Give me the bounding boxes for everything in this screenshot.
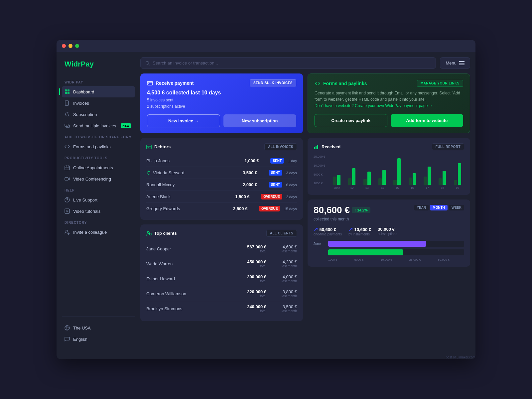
sidebar: WidrPay WIDR PAY Dashboard — [62, 57, 135, 347]
minimize-dot[interactable] — [68, 44, 72, 48]
chart-bar-dark — [348, 178, 351, 185]
app-window: WidrPay WIDR PAY Dashboard — [57, 40, 475, 359]
sidebar-section-directory: DIRECTORY — [62, 217, 135, 226]
card-sub-info: 5 invoices sent 2 subscriptions active — [147, 97, 296, 110]
clients-header: Top clients ALL CLIENTS — [146, 230, 297, 237]
year-btn[interactable]: YEAR — [414, 205, 429, 210]
add-form-btn[interactable]: Add form to website — [391, 114, 464, 127]
growth-badge: ↑ 14.2% — [352, 207, 370, 213]
forms-paylinks-card: Forms and paylinks MANAGE YOUR LINKS Gen… — [308, 73, 470, 133]
sidebar-item-forms[interactable]: Forms and paylinks — [62, 141, 135, 152]
sidebar-item-video-label: Video Conferencing — [73, 177, 111, 182]
sidebar-item-tutorials[interactable]: Video tutorials — [62, 205, 135, 217]
chart-bar-green — [382, 170, 386, 185]
topbar: Search an invoice or transaction... Menu — [140, 57, 470, 69]
menu-button[interactable]: Menu — [440, 57, 470, 69]
bar-chart-icon — [314, 144, 319, 150]
chart-bar-green — [413, 173, 416, 185]
client-row: Wade Warren 450,000 € total 4,200 € last… — [146, 256, 297, 271]
all-invoices-btn[interactable]: ALL INVOICES — [264, 143, 297, 150]
sidebar-item-invite[interactable]: Invite a colleague — [62, 226, 135, 238]
clients-icon — [146, 231, 152, 236]
doc-icon — [65, 100, 70, 106]
svg-point-35 — [149, 233, 151, 235]
status-badge: SENT — [269, 170, 282, 176]
chart-bar-dark — [439, 178, 442, 185]
hbar-fill-teal — [328, 249, 403, 255]
sidebar-item-subscription[interactable]: Subscription — [62, 109, 135, 120]
debtor-amount: 2,500 € — [233, 206, 256, 211]
hbar-row: June — [314, 241, 464, 247]
top-clients-panel: Top clients ALL CLIENTS Jane Cooper 567,… — [140, 224, 303, 321]
stats-panel: 80,600 € ↑ 14.2% collected this month YE… — [308, 200, 470, 267]
sidebar-item-support-label: Live Support — [73, 198, 97, 202]
chart-bar-group — [360, 158, 374, 185]
client-row: Cameron Williamson 320,000 € total 3,800… — [146, 286, 297, 301]
week-btn[interactable]: WEEK — [449, 205, 464, 210]
sidebar-item-language[interactable]: English — [62, 333, 135, 345]
app-logo: WidrPay — [62, 60, 135, 68]
chart-bar-green — [337, 175, 340, 185]
sidebar-item-tutorials-label: Video tutorials — [73, 209, 100, 214]
debtor-amount: 2,000 € — [243, 182, 266, 187]
debtor-days: 6 days — [286, 183, 297, 187]
new-subscription-btn[interactable]: New subscription — [223, 114, 297, 127]
chart-bar-group — [421, 158, 434, 185]
full-report-btn[interactable]: FULL REPORT — [432, 143, 464, 150]
receive-payment-card: Receive payment SEND BULK INVOICES 4,500… — [140, 73, 303, 133]
x-axis-labels: June 12 13 14 15 16 17 18 19 — [330, 185, 464, 190]
new-invoice-btn[interactable]: New invoice → — [147, 114, 220, 127]
sidebar-item-country[interactable]: The USA — [62, 322, 135, 333]
send-bulk-btn[interactable]: SEND BULK INVOICES — [250, 79, 296, 86]
sidebar-item-support[interactable]: Live Support — [62, 194, 135, 205]
bottom-section: Debtors ALL INVOICES Philip Jones 1,000 … — [140, 138, 470, 347]
create-payment-page-link[interactable]: Don't have a website? Create your own Wi… — [315, 103, 433, 108]
sidebar-item-video[interactable]: Video Conferencing — [62, 173, 135, 185]
menu-label: Menu — [446, 61, 457, 66]
forms-title: Forms and paylinks — [315, 80, 367, 86]
status-badge: OVERDUE — [259, 206, 280, 211]
status-badge: SENT — [269, 182, 282, 188]
month-btn[interactable]: MONTH — [430, 205, 448, 210]
left-panels: Debtors ALL INVOICES Philip Jones 1,000 … — [140, 138, 303, 347]
sidebar-item-send-multiple[interactable]: Send multiple invoices NEW — [62, 120, 135, 131]
grid-icon — [65, 89, 70, 94]
clients-list: Jane Cooper 567,000 € total 4,600 € last… — [146, 241, 297, 316]
chart-bar-group — [375, 158, 389, 185]
hbar-section: June — [314, 241, 464, 261]
hbar-track — [328, 249, 464, 255]
new-badge: NEW — [121, 123, 131, 128]
hamburger-icon — [459, 61, 465, 65]
send-icon — [65, 123, 70, 128]
create-paylink-btn[interactable]: Create new paylink — [315, 114, 387, 127]
receive-title: Receive payment — [156, 80, 194, 86]
maximize-dot[interactable] — [75, 44, 79, 48]
sidebar-item-dashboard[interactable]: Dashboard — [62, 86, 135, 97]
svg-rect-2 — [65, 92, 67, 94]
debtor-amount: 1,000 € — [244, 158, 268, 163]
client-row: Esther Howard 390,000 € total 4,000 € la… — [146, 271, 297, 286]
debtor-name: Victoria Steward — [146, 170, 240, 175]
debtors-header: Debtors ALL INVOICES — [146, 143, 297, 150]
status-badge: SENT — [270, 158, 284, 164]
all-clients-btn[interactable]: ALL CLIENTS — [266, 230, 297, 237]
sidebar-item-appointments[interactable]: Online Appointments — [62, 162, 135, 173]
sidebar-item-subscription-label: Subscription — [73, 112, 97, 117]
debtor-amount: 1,500 € — [235, 194, 258, 199]
chart-bar-dark — [424, 177, 427, 185]
search-bar[interactable]: Search an invoice or transaction... — [140, 57, 436, 69]
svg-point-34 — [147, 231, 149, 233]
hbar-row — [314, 249, 464, 255]
chart-bar-dark — [378, 178, 382, 185]
manage-links-btn[interactable]: MANAGE YOUR LINKS — [417, 80, 463, 87]
svg-rect-37 — [316, 146, 317, 149]
clients-title-row: Top clients — [146, 231, 177, 236]
debtor-row: Victoria Steward 3,500 € SENT 3 days — [146, 167, 297, 179]
sidebar-item-invoices[interactable]: Invoices — [62, 97, 135, 109]
debtors-list: Philip Jones 1,000 € SENT 1 day — [146, 155, 297, 214]
chart-title: Received — [322, 144, 340, 149]
chart-bars — [330, 155, 464, 185]
debtor-name: Philip Jones — [146, 158, 242, 163]
debtor-row: Arlene Black 1,500 € OVERDUE 2 days — [146, 191, 297, 203]
close-dot[interactable] — [62, 44, 66, 48]
